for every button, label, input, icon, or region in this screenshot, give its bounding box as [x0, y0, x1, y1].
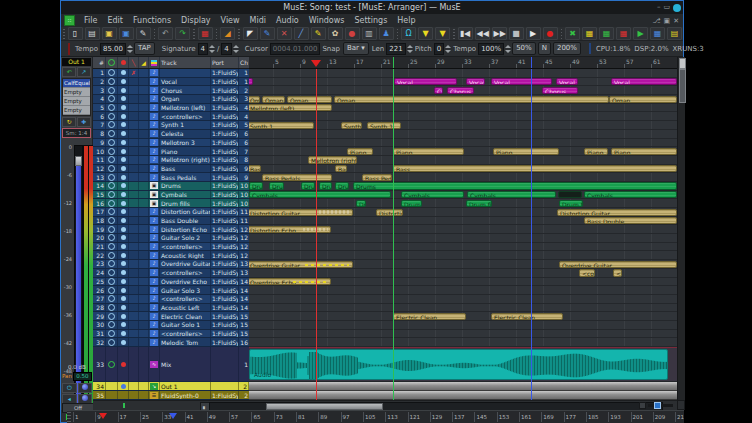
- track-row[interactable]: 32♪Melodic Tom1:FluidSyn16: [93, 338, 249, 347]
- track-row[interactable]: 23♪Overdrive Guitar1:FluidSyn13: [93, 260, 249, 269]
- route-output-icon[interactable]: ✚: [77, 117, 91, 127]
- mute-button[interactable]: [129, 182, 139, 190]
- part-drum[interactable]: Drum: [269, 182, 284, 189]
- track-row[interactable]: 14▣Drums1:FluidSyn10: [93, 182, 249, 191]
- menu-windows[interactable]: Windows: [304, 16, 350, 25]
- pitch-input[interactable]: 0: [434, 43, 444, 55]
- mute-button[interactable]: [129, 173, 139, 181]
- solo-button[interactable]: [139, 225, 149, 233]
- mute-button[interactable]: [129, 95, 139, 103]
- toolbar-grip[interactable]: [397, 29, 399, 39]
- toolbar-grip[interactable]: [193, 29, 195, 39]
- punch-out-button[interactable]: ▼: [435, 27, 450, 40]
- monitor-button[interactable]: [118, 312, 129, 320]
- marker-view-button[interactable]: ▦: [582, 27, 597, 40]
- cliplist-button[interactable]: ▤: [667, 27, 682, 40]
- rack-slot[interactable]: Empty: [63, 88, 90, 97]
- record-arm-button[interactable]: [106, 278, 118, 286]
- mute-button[interactable]: [129, 86, 139, 94]
- tempo-scale-input[interactable]: 100%: [478, 43, 504, 55]
- solo-button[interactable]: [139, 78, 149, 86]
- monitor-button[interactable]: [118, 251, 129, 259]
- solo-button[interactable]: [139, 104, 149, 112]
- solo-button[interactable]: [139, 199, 149, 207]
- mute-button[interactable]: [129, 251, 139, 259]
- track-row[interactable]: 35☰FluidSynth-01:FluidSyn2: [93, 391, 249, 400]
- mute-button[interactable]: [129, 295, 139, 303]
- solo-button[interactable]: [139, 382, 149, 390]
- part-cymbals[interactable]: Cymbals: [249, 191, 391, 198]
- track-row[interactable]: 8♪Celesta1:FluidSyn6: [93, 130, 249, 139]
- solo-button[interactable]: [139, 278, 149, 286]
- track-lane[interactable]: [249, 234, 677, 243]
- track-lane[interactable]: [249, 321, 677, 330]
- monitor-button[interactable]: [118, 173, 129, 181]
- toolbar-grip[interactable]: [561, 29, 563, 39]
- pan-value[interactable]: 0.50: [73, 372, 92, 381]
- record-arm-button[interactable]: [106, 234, 118, 242]
- track-row[interactable]: 34↘Out 12: [93, 382, 249, 391]
- vscroll-handle[interactable]: [679, 69, 686, 103]
- snap-combo[interactable]: Bar ▾: [343, 42, 369, 55]
- hscroll-handle[interactable]: [266, 403, 383, 410]
- solo-button[interactable]: [139, 112, 149, 120]
- track-lane[interactable]: [249, 130, 677, 139]
- monitor-button[interactable]: [118, 86, 129, 94]
- zoom-button[interactable]: [639, 402, 646, 409]
- part-electric-clean[interactable]: Electric Clean: [491, 313, 563, 320]
- track-row[interactable]: 10♪Piano1:FluidSyn7: [93, 147, 249, 156]
- rack-slot[interactable]: CalfEqualiz: [63, 79, 90, 88]
- part-bass[interactable]: Bass: [393, 165, 677, 172]
- part-mellotron-left-[interactable]: Mellotron (left): [249, 104, 332, 111]
- track-row[interactable]: 22♪Acoustic Right1:FluidSyn12: [93, 251, 249, 260]
- record-arm-button[interactable]: [106, 295, 118, 303]
- record-arm-button[interactable]: [106, 139, 118, 147]
- part-distortion-guitar[interactable]: Distortion Guitar: [557, 209, 677, 216]
- part-clip[interactable]: [249, 78, 253, 85]
- len-input[interactable]: 221: [386, 43, 405, 55]
- record-arm-button[interactable]: [106, 260, 118, 268]
- part-bass[interactable]: Bass: [249, 165, 261, 172]
- toolbar-grip[interactable]: [453, 29, 455, 39]
- part-drum[interactable]: Drum: [301, 182, 315, 189]
- signature-denominator-spinner[interactable]: [233, 44, 239, 54]
- solo-button[interactable]: [139, 347, 149, 381]
- monitor-button[interactable]: [118, 347, 129, 381]
- menu-display[interactable]: Display: [176, 16, 216, 25]
- solo-button[interactable]: [139, 269, 149, 277]
- rewind-button[interactable]: ◀◀: [475, 27, 490, 40]
- marker-tool[interactable]: ✎: [311, 27, 326, 40]
- part-electric-clean[interactable]: Electric Clean: [393, 313, 466, 320]
- part-organ[interactable]: Organ: [249, 96, 260, 103]
- record-arm-button[interactable]: [106, 104, 118, 112]
- track-row[interactable]: 29♪Electric Clean1:FluidSyn15: [93, 312, 249, 321]
- part-chorus[interactable]: Chorus: [542, 87, 578, 94]
- signature-numerator-input[interactable]: 4: [198, 43, 208, 55]
- track-row[interactable]: 17♪Distortion Guitar1:FluidSyn11: [93, 208, 249, 217]
- mute-button[interactable]: [129, 391, 139, 399]
- part--controllers-[interactable]: <controllers>: [613, 269, 622, 276]
- solo-button[interactable]: [139, 156, 149, 164]
- solo-button[interactable]: [139, 234, 149, 242]
- record-arm-button[interactable]: [106, 304, 118, 312]
- restore-button[interactable]: ▭: [663, 1, 670, 14]
- tempo-200-button[interactable]: 200%: [553, 42, 581, 55]
- solo-button[interactable]: [139, 243, 149, 251]
- monitor-button[interactable]: [118, 147, 129, 155]
- menu-functions[interactable]: Functions: [128, 16, 176, 25]
- mixer-2-button[interactable]: ▦: [650, 27, 665, 40]
- part-distortion-guitar[interactable]: Distortion Guitar: [249, 209, 353, 216]
- solo-button[interactable]: [139, 86, 149, 94]
- tempo-normal-button[interactable]: N: [538, 42, 551, 55]
- part--controllers-[interactable]: <controllers>: [579, 269, 595, 276]
- solo-button[interactable]: [139, 173, 149, 181]
- mute-button[interactable]: [129, 243, 139, 251]
- track-row[interactable]: 28♪Acoustic Left1:FluidSyn14: [93, 304, 249, 313]
- track-lane[interactable]: [249, 243, 677, 252]
- pitch-spinner[interactable]: [445, 44, 451, 54]
- track-row[interactable]: 5♪Mellotron (left)1:FluidSyn4: [93, 104, 249, 113]
- solo-button[interactable]: [139, 251, 149, 259]
- part-synth-1[interactable]: Synth 1: [367, 122, 401, 129]
- track-lane[interactable]: [249, 286, 677, 295]
- record-arm-button[interactable]: [106, 69, 118, 77]
